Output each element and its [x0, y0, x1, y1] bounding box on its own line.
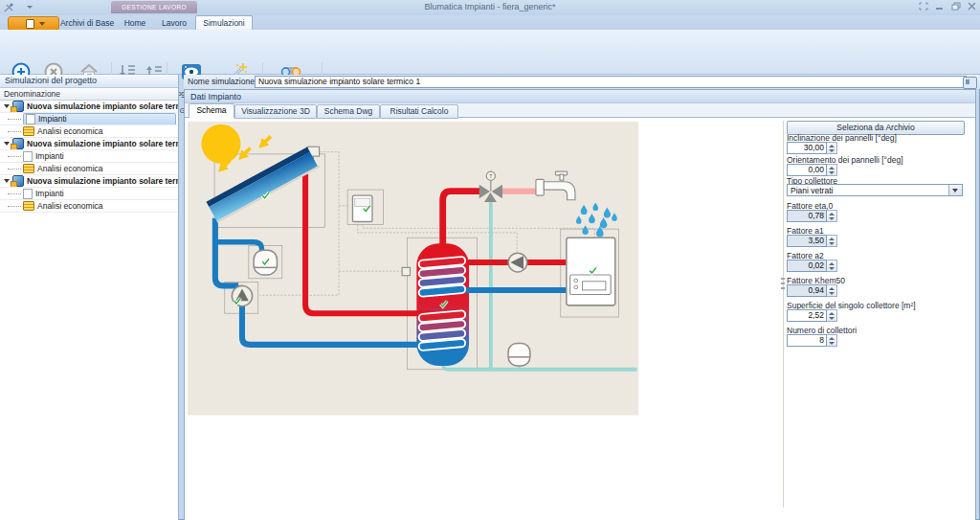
analisi-economica-icon — [23, 201, 34, 211]
tree-item-analisi-1[interactable]: Analisi economica — [0, 125, 178, 138]
panel-title: Dati Impianto — [185, 90, 975, 103]
tree-item-label: Analisi economica — [37, 201, 103, 211]
spinner[interactable] — [827, 210, 837, 222]
fattore-a2-field: 0,02 — [787, 260, 837, 272]
simulation-icon — [12, 101, 24, 112]
column-header-denominazione[interactable]: Denominazione — [0, 88, 178, 101]
orientamento-field: 0,00 — [787, 164, 837, 176]
chevron-expanded-icon[interactable] — [4, 142, 10, 146]
tab-archivi-di-base[interactable]: Archivi di Base — [59, 16, 115, 30]
tree-connector — [8, 131, 21, 132]
splitter-grip[interactable] — [781, 278, 785, 291]
simulation-name-input[interactable]: Nuova simulazione impianto solare termic… — [255, 76, 967, 88]
spinner[interactable] — [827, 284, 837, 297]
tree-item-label: Analisi economica — [37, 126, 103, 136]
name-label: Nome simulazione — [188, 77, 255, 86]
tipo-collettore-dropdown[interactable]: Piani vetrati — [787, 184, 963, 196]
chevron-expanded-icon[interactable] — [4, 179, 10, 183]
spinner[interactable] — [827, 142, 837, 154]
spinner[interactable] — [827, 260, 837, 272]
fattore-khem50-field: 0,94 — [787, 284, 837, 297]
tree-connector — [8, 156, 21, 157]
contextual-tab-group: GESTIONE LAVORO — [111, 1, 197, 13]
fattore-eta-input[interactable]: 0,78 — [787, 210, 827, 222]
tree-item-label: Impianti — [35, 189, 64, 198]
numero-collettori-field: 8 — [787, 334, 837, 347]
tree-connector — [8, 193, 21, 194]
minimize-icon[interactable] — [933, 2, 947, 12]
analisi-economica-icon — [23, 126, 34, 136]
tree-item-label: Nuova simulazione impianto solare termic… — [27, 176, 178, 186]
tree-item-analisi-2[interactable]: Analisi economica — [0, 163, 178, 175]
chevron-down-icon — [39, 22, 45, 26]
application-menu-button[interactable] — [8, 16, 59, 31]
dropdown-value: Piani vetrati — [791, 186, 833, 195]
tree-item-impianti-1[interactable]: Impianti — [0, 113, 178, 125]
expansion-vessel-sanitary[interactable] — [508, 343, 530, 366]
superficie-input[interactable]: 2,52 — [787, 309, 827, 322]
project-simulations-panel: Simulazioni del progetto Denominazione N… — [0, 75, 179, 520]
fattore-a1-field: 3,50 — [787, 235, 837, 247]
simulation-icon — [12, 175, 24, 187]
boiler-pump[interactable] — [508, 253, 527, 272]
analisi-economica-icon — [23, 164, 34, 173]
superficie-field: 2,52 — [787, 309, 837, 322]
tab-schema-dwg[interactable]: Schema Dwg — [317, 104, 380, 119]
tree-connector — [8, 119, 21, 120]
spinner[interactable] — [827, 334, 837, 347]
tab-simulazioni[interactable]: Simulazioni — [195, 15, 253, 31]
impianti-icon — [26, 114, 35, 124]
application-window: Blumatica Impianti - fiera_generic* GEST… — [0, 0, 980, 520]
restore-icon[interactable] — [949, 2, 963, 12]
spinner[interactable] — [827, 235, 837, 247]
tree-item-analisi-3[interactable]: Analisi economica — [0, 200, 178, 213]
orientamento-input[interactable]: 0,00 — [787, 164, 827, 176]
tree-item-simulation-1[interactable]: Nuova simulazione impianto solare termic… — [0, 101, 178, 113]
spinner[interactable] — [827, 164, 837, 176]
tree-item-label: Impianti — [38, 114, 67, 124]
fattore-eta-field: 0,78 — [787, 210, 837, 222]
schema-diagram: T — [188, 121, 781, 508]
spinner[interactable] — [827, 309, 837, 322]
fullscreen-icon[interactable] — [917, 2, 930, 12]
tree-item-impianti-3[interactable]: Impianti — [0, 188, 178, 200]
close-icon[interactable] — [966, 2, 979, 12]
tank-sensor[interactable] — [402, 267, 410, 275]
tree-item-simulation-3[interactable]: Nuova simulazione impianto solare termic… — [0, 175, 178, 188]
inclinazione-input[interactable]: 30,00 — [787, 142, 827, 154]
tree-item-label: Impianti — [35, 151, 64, 161]
tab-visualizzazione-3d[interactable]: Visualizzazione 3D — [234, 104, 317, 119]
fattore-khem50-input[interactable]: 0,94 — [787, 284, 827, 297]
tree-item-label: Nuova simulazione impianto solare termic… — [27, 139, 178, 148]
tree-item-simulation-2[interactable]: Nuova simulazione impianto solare termic… — [0, 138, 178, 150]
chevron-down-icon[interactable] — [948, 185, 962, 195]
tab-home[interactable]: Home — [119, 16, 151, 30]
tree-connector — [8, 169, 21, 170]
fattore-a1-input[interactable]: 3,50 — [787, 235, 827, 247]
fattore-a2-input[interactable]: 0,02 — [787, 260, 827, 272]
simulation-icon — [12, 138, 24, 149]
tree-item-label: Analisi economica — [37, 164, 103, 173]
chevron-expanded-icon[interactable] — [4, 104, 10, 108]
sidebar-title: Simulazioni del progetto — [0, 75, 178, 88]
tree-item-impianti-2[interactable]: Impianti — [0, 150, 178, 163]
tab-risultati-calcolo[interactable]: Risultati Calcolo — [380, 104, 458, 119]
ribbon: Nuova Elimina Aggiungi / Seleziona Unità… — [0, 30, 980, 75]
tab-schema[interactable]: Schema — [189, 103, 234, 119]
archive-door-icon — [26, 19, 34, 29]
impianti-icon — [23, 189, 33, 199]
tab-lavoro[interactable]: Lavoro — [155, 16, 193, 30]
sun-icon — [201, 124, 240, 164]
selected-row-highlight: Impianti — [23, 113, 176, 125]
inclinazione-field: 30,00 — [787, 142, 837, 154]
tree-item-label: Nuova simulazione impianto solare termic… — [27, 102, 178, 111]
impianti-icon — [23, 151, 33, 162]
numero-collettori-input[interactable]: 8 — [787, 334, 827, 347]
panel-toggle-icon[interactable] — [963, 77, 977, 89]
panel-separator — [783, 121, 784, 508]
tree-connector — [8, 206, 21, 207]
